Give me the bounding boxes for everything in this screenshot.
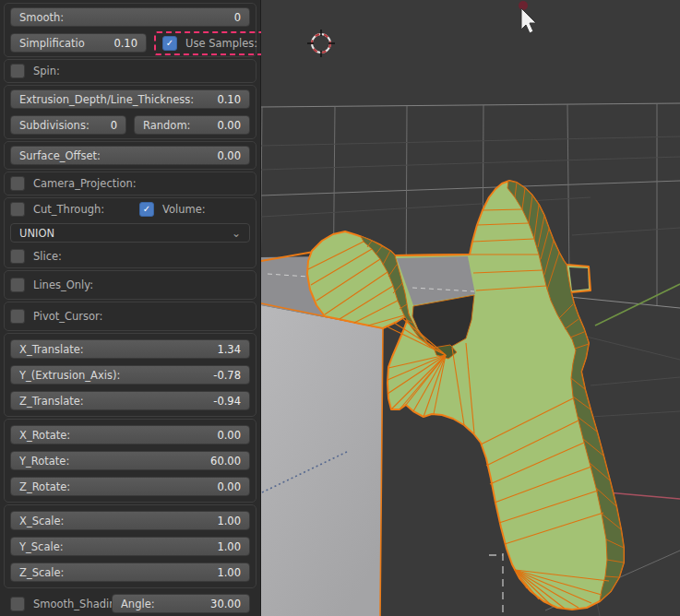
lines-only-checkbox[interactable] bbox=[10, 278, 25, 292]
angle-label: Angle: bbox=[121, 598, 155, 610]
smooth-slider[interactable]: Smooth: 0 bbox=[10, 7, 250, 27]
section-pivot-cursor: Pivot_Cursor: bbox=[4, 302, 256, 331]
smooth-value: 0 bbox=[234, 11, 241, 24]
use-samples-label: Use Samples: bbox=[185, 37, 257, 50]
subdivisions-label: Subdivisions: bbox=[19, 119, 89, 132]
camera-projection-checkbox[interactable] bbox=[10, 176, 25, 191]
subdivisions-value: 0 bbox=[111, 119, 117, 132]
y-rotate-label: Y_Rotate: bbox=[19, 455, 69, 468]
y-extrusion-axis-label: Y_(Extrusion_Axis): bbox=[19, 369, 120, 382]
y-extrusion-axis-value: -0.78 bbox=[213, 369, 241, 382]
x-translate-label: X_Translate: bbox=[19, 343, 84, 356]
section-rotate: X_Rotate: 0.00 Y_Rotate: 60.00 Z_Rotate:… bbox=[4, 419, 256, 503]
smooth-label: Smooth: bbox=[19, 11, 64, 24]
z-scale-label: Z_Scale: bbox=[19, 566, 64, 579]
y-scale-label: Y_Scale: bbox=[19, 540, 64, 553]
extrusion-depth-slider[interactable]: Extrusion_Depth/Line_Thickness: 0.10 bbox=[10, 89, 250, 109]
spin-checkbox[interactable] bbox=[10, 64, 25, 78]
x-scale-value: 1.00 bbox=[217, 515, 241, 527]
tab-interior bbox=[569, 267, 589, 290]
section-spin: Spin: bbox=[4, 59, 256, 83]
random-value: 0.00 bbox=[217, 119, 241, 132]
volume-checkbox[interactable] bbox=[139, 202, 154, 217]
slice-checkbox[interactable] bbox=[10, 249, 25, 264]
pivot-cursor-checkbox[interactable] bbox=[10, 309, 25, 324]
cut-through-checkbox[interactable] bbox=[10, 202, 25, 217]
section-smooth: Smooth: 0 Simplificatio 0.10 Use Samples… bbox=[4, 3, 256, 57]
viewport-3d[interactable] bbox=[261, 0, 680, 616]
section-translate: X_Translate: 1.34 Y_(Extrusion_Axis): -0… bbox=[4, 333, 256, 417]
smooth-shading-checkbox[interactable] bbox=[10, 597, 25, 611]
z-rotate-slider[interactable]: Z_Rotate: 0.00 bbox=[10, 477, 250, 496]
x-translate-value: 1.34 bbox=[217, 343, 241, 356]
angle-slider[interactable]: Angle: 30.00 bbox=[112, 594, 250, 613]
z-scale-value: 1.00 bbox=[217, 566, 241, 579]
x-scale-slider[interactable]: X_Scale: 1.00 bbox=[10, 511, 250, 530]
volume-label: Volume: bbox=[162, 203, 206, 216]
x-scale-label: X_Scale: bbox=[19, 515, 64, 527]
app-window: { "panel": { "sections": [ { "rows": [ {… bbox=[0, 0, 680, 616]
extrusion-depth-value: 0.10 bbox=[217, 93, 241, 106]
surface-offset-label: Surface_Offset: bbox=[19, 149, 101, 162]
section-surface-offset: Surface_Offset: 0.00 bbox=[4, 141, 256, 170]
z-rotate-label: Z_Rotate: bbox=[19, 480, 70, 493]
section-boolean: Cut_Through: Volume: UNION ⌄ Slice: bbox=[4, 197, 256, 268]
use-samples-checkbox[interactable] bbox=[162, 36, 177, 51]
camera-projection-label: Camera_Projection: bbox=[33, 177, 137, 190]
section-scale: X_Scale: 1.00 Y_Scale: 1.00 Z_Scale: 1.0… bbox=[4, 504, 256, 588]
y-scale-slider[interactable]: Y_Scale: 1.00 bbox=[10, 537, 250, 556]
angle-value: 30.00 bbox=[210, 598, 241, 610]
pivot-cursor-label: Pivot_Cursor: bbox=[33, 310, 102, 323]
simplification-slider[interactable]: Simplificatio 0.10 bbox=[10, 33, 147, 53]
boolean-mode-dropdown[interactable]: UNION ⌄ bbox=[10, 223, 250, 243]
x-rotate-value: 0.00 bbox=[217, 429, 241, 442]
section-camera-projection: Camera_Projection: bbox=[4, 172, 256, 195]
simplification-label: Simplificatio bbox=[19, 37, 85, 50]
x-rotate-label: X_Rotate: bbox=[19, 429, 70, 442]
boolean-mode-value: UNION bbox=[19, 227, 54, 240]
z-rotate-value: 0.00 bbox=[217, 480, 241, 493]
extrusion-depth-label: Extrusion_Depth/Line_Thickness: bbox=[19, 93, 194, 106]
shape-back-silhouette-mid bbox=[395, 255, 470, 255]
cube-front-face bbox=[261, 305, 383, 616]
properties-panel: Smooth: 0 Simplificatio 0.10 Use Samples… bbox=[0, 0, 261, 616]
section-shading: Smooth_Shading: Angle: 30.00 Fill_Faces:… bbox=[4, 590, 256, 616]
y-extrusion-axis-slider[interactable]: Y_(Extrusion_Axis): -0.78 bbox=[10, 365, 250, 385]
z-translate-label: Z_Translate: bbox=[19, 395, 84, 408]
y-scale-value: 1.00 bbox=[217, 540, 241, 553]
cut-through-label: Cut_Through: bbox=[33, 203, 104, 216]
surface-offset-slider[interactable]: Surface_Offset: 0.00 bbox=[10, 146, 250, 165]
subdivisions-slider[interactable]: Subdivisions: 0 bbox=[10, 115, 126, 135]
x-translate-slider[interactable]: X_Translate: 1.34 bbox=[10, 339, 250, 359]
use-samples-highlight: Use Samples: bbox=[154, 31, 266, 55]
z-translate-slider[interactable]: Z_Translate: -0.94 bbox=[10, 391, 250, 410]
random-slider[interactable]: Random: 0.00 bbox=[134, 115, 250, 135]
x-rotate-slider[interactable]: X_Rotate: 0.00 bbox=[10, 425, 250, 444]
random-label: Random: bbox=[143, 119, 191, 132]
y-rotate-slider[interactable]: Y_Rotate: 60.00 bbox=[10, 451, 250, 470]
simplification-value: 0.10 bbox=[113, 37, 137, 50]
spin-label: Spin: bbox=[33, 65, 60, 77]
surface-offset-value: 0.00 bbox=[217, 149, 241, 162]
chevron-down-icon: ⌄ bbox=[232, 227, 241, 240]
z-translate-value: -0.94 bbox=[213, 395, 241, 408]
lines-only-label: Lines_Only: bbox=[33, 278, 93, 291]
section-lines-only: Lines_Only: bbox=[4, 270, 256, 300]
z-scale-slider[interactable]: Z_Scale: 1.00 bbox=[10, 563, 250, 582]
slice-label: Slice: bbox=[33, 250, 62, 263]
section-extrusion: Extrusion_Depth/Line_Thickness: 0.10 Sub… bbox=[4, 85, 256, 139]
y-rotate-value: 60.00 bbox=[210, 455, 241, 468]
